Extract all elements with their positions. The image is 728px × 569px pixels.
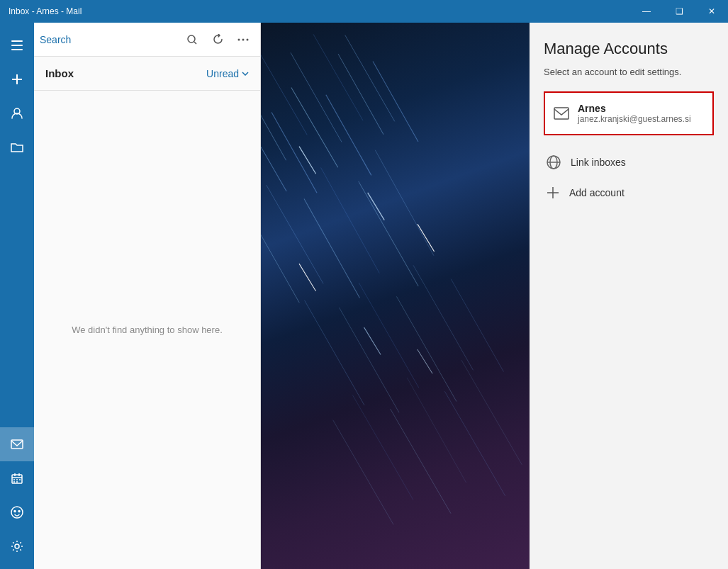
account-email: janez.kranjski@guest.arnes.si [578,114,691,124]
search-input[interactable] [40,34,178,45]
svg-point-24 [247,38,249,40]
svg-point-17 [14,511,16,512]
svg-line-59 [299,145,316,175]
svg-line-47 [339,303,399,417]
account-info: Arnes janez.kranjski@guest.arnes.si [578,103,691,124]
link-inboxes-button[interactable]: Link inboxes [544,147,714,178]
svg-line-56 [444,387,505,500]
svg-point-23 [242,38,245,40]
add-account-icon [547,186,559,199]
svg-line-21 [194,42,196,44]
svg-line-61 [368,191,385,222]
window-title: Inbox - Arnes - Mail [9,6,82,16]
background-panel [261,23,530,569]
account-mail-icon [554,107,569,120]
calendar-nav-button[interactable] [0,461,34,495]
nav-rail [0,23,34,569]
title-bar: Inbox - Arnes - Mail — ❑ ✕ [0,0,728,23]
svg-line-35 [326,92,371,179]
svg-line-57 [461,356,522,469]
account-name: Arnes [578,103,691,114]
mail-nav-button[interactable] [0,427,34,461]
svg-line-48 [359,278,419,392]
accounts-subtitle: Select an account to edit settings. [544,67,714,77]
window-controls: — ❑ ✕ [630,0,728,23]
svg-line-32 [261,48,307,138]
svg-line-31 [271,109,317,196]
svg-rect-65 [554,108,569,119]
svg-line-51 [451,276,503,376]
svg-line-33 [291,84,338,171]
link-inboxes-label: Link inboxes [571,157,626,168]
svg-line-55 [407,373,466,487]
svg-line-38 [345,31,395,125]
svg-line-34 [291,49,342,145]
svg-rect-1 [11,45,23,46]
nav-bottom [0,427,34,569]
search-bar [34,23,260,57]
svg-line-39 [373,58,418,145]
svg-line-36 [313,30,363,124]
more-options-button[interactable] [232,28,254,51]
empty-message: We didn't find anything to show here. [34,91,260,569]
svg-line-44 [359,177,419,291]
svg-line-54 [391,405,451,518]
arnes-account-item[interactable]: Arnes janez.kranjski@guest.arnes.si [544,91,714,135]
empty-text: We didn't find anything to show here. [72,325,223,335]
svg-line-41 [267,181,323,288]
accounts-panel: Manage Accounts Select an account to edi… [530,23,728,569]
svg-line-49 [396,292,457,405]
svg-line-46 [305,296,365,410]
inbox-label: Inbox [45,67,74,79]
svg-point-18 [18,511,20,512]
maximize-button[interactable]: ❑ [663,0,695,23]
people-icon[interactable] [0,96,34,130]
svg-line-52 [333,415,393,529]
app-container: Inbox Unread We didn't find anything to … [0,23,728,569]
link-inboxes-icon [547,155,561,169]
svg-rect-0 [11,40,23,42]
new-mail-button[interactable] [0,62,34,96]
svg-rect-6 [11,440,23,449]
minimize-button[interactable]: — [630,0,663,23]
svg-line-63 [418,222,435,253]
svg-line-45 [375,147,434,259]
search-button[interactable] [181,28,203,51]
folder-icon[interactable] [0,130,34,164]
close-button[interactable]: ✕ [695,0,728,23]
settings-nav-button[interactable] [0,529,34,563]
svg-point-20 [188,35,195,43]
emoji-nav-button[interactable] [0,495,34,529]
mail-panel: Inbox Unread We didn't find anything to … [34,23,261,569]
inbox-header: Inbox Unread [34,57,260,91]
svg-line-43 [321,164,380,276]
svg-line-62 [364,326,381,356]
background-decoration [261,23,530,569]
svg-line-53 [352,390,413,504]
add-account-button[interactable]: Add account [544,178,714,208]
hamburger-menu-button[interactable] [0,28,34,62]
manage-accounts-title: Manage Accounts [544,40,714,58]
unread-filter-button[interactable]: Unread [206,68,249,79]
svg-line-40 [261,206,299,306]
svg-point-22 [238,38,240,40]
add-account-label: Add account [569,187,625,198]
svg-line-37 [338,51,383,137]
unread-label: Unread [206,68,239,79]
svg-point-19 [15,544,19,548]
svg-rect-2 [11,49,23,50]
refresh-button[interactable] [206,28,229,51]
svg-line-30 [261,77,286,163]
svg-line-64 [418,348,432,375]
